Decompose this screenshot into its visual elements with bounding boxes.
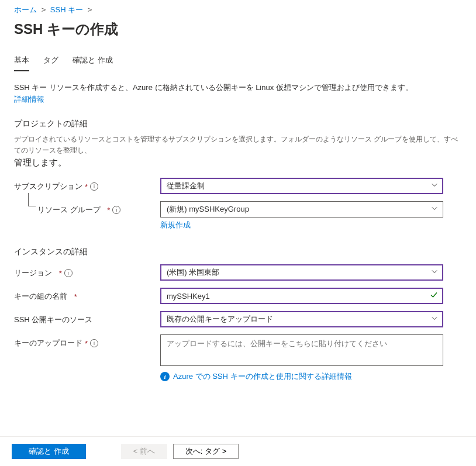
learn-more-link[interactable]: 詳細情報 — [14, 95, 44, 103]
breadcrumb-separator: > — [42, 5, 46, 14]
info-icon[interactable]: i — [90, 339, 98, 347]
chevron-down-icon — [431, 315, 438, 324]
breadcrumb-separator: > — [88, 5, 92, 14]
prev-button: < 前へ — [121, 444, 167, 459]
breadcrumb: ホーム > SSH キー > — [0, 0, 476, 18]
region-label: リージョン * i — [14, 264, 160, 278]
resource-group-label: リソース グループ * i — [14, 201, 160, 215]
info-icon[interactable]: i — [64, 269, 73, 277]
info-icon[interactable]: i — [90, 182, 98, 191]
next-button[interactable]: 次へ: タグ > — [173, 444, 239, 459]
resource-group-select[interactable]: (新規) mySSHKeyGroup — [160, 201, 443, 218]
review-create-button[interactable]: 確認と 作成 — [12, 444, 86, 459]
page-title: SSH キーの作成 — [0, 18, 476, 50]
chevron-down-icon — [431, 182, 438, 191]
intro-text: SSH キー リソースを作成すると、Azure に格納されている公開キーを Li… — [14, 82, 462, 105]
info-badge-icon: i — [160, 372, 170, 381]
ssh-info-link[interactable]: Azure での SSH キーの作成と使用に関する詳細情報 — [173, 371, 352, 382]
keypair-name-label: キーの組の名前 * — [14, 288, 160, 302]
key-upload-textarea[interactable] — [160, 334, 443, 366]
keypair-name-input[interactable]: mySSHKey1 — [160, 288, 443, 304]
project-details-desc: デプロイされているリソースとコストを管理するサブスクリプションを選択します。フォ… — [14, 134, 462, 156]
subscription-select[interactable]: 従量課金制 — [160, 178, 443, 194]
create-new-link[interactable]: 新規作成 — [160, 220, 191, 229]
chevron-down-icon — [431, 268, 438, 277]
key-upload-label: キーのアップロード* i — [14, 334, 160, 348]
breadcrumb-home[interactable]: ホーム — [14, 5, 37, 14]
tab-review[interactable]: 確認と 作成 — [73, 50, 113, 71]
project-details-header: プロジェクトの詳細 — [14, 119, 462, 129]
tab-tag[interactable]: タグ — [43, 50, 58, 71]
tabs: 基本 タグ 確認と 作成 — [0, 50, 476, 71]
subscription-label: サブスクリプション* i — [14, 178, 160, 192]
chevron-down-icon — [431, 205, 438, 214]
tab-basic[interactable]: 基本 — [14, 50, 29, 71]
key-source-select[interactable]: 既存の公開キーをアップロード — [160, 311, 443, 327]
info-icon[interactable]: i — [112, 206, 120, 214]
breadcrumb-sshkey[interactable]: SSH キー — [50, 5, 83, 14]
region-select[interactable]: (米国) 米国東部 — [160, 264, 443, 281]
instance-details-header: インスタンスの詳細 — [14, 247, 462, 257]
footer-bar: 確認と 作成 < 前へ 次へ: タグ > — [0, 436, 476, 466]
key-source-label: SSH 公開キーのソース — [14, 311, 160, 325]
project-details-desc2: 管理します。 — [14, 157, 462, 168]
check-icon — [430, 291, 438, 301]
